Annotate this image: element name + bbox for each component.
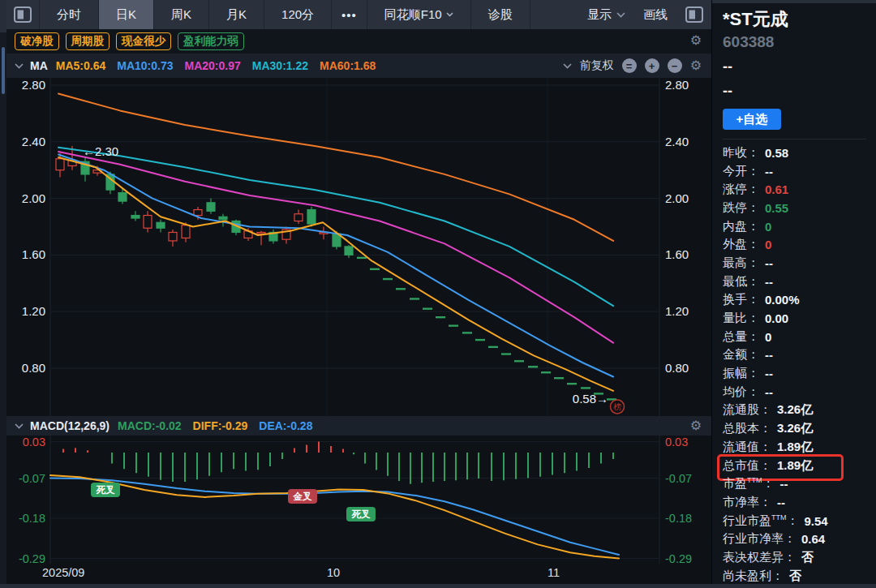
tab-bar: 分时日K周K月K120分•••同花顺F10诊股 [40, 0, 530, 29]
stat-row-市净率: 市净率：-- [723, 493, 876, 512]
svg-text:2.00: 2.00 [22, 191, 45, 205]
svg-text:死叉: 死叉 [96, 485, 116, 495]
legend-item: MA60:1.68 [320, 59, 376, 72]
panel-divider [723, 139, 866, 139]
stat-row-量比: 量比：0.00 [723, 309, 876, 328]
tab-label: 同花顺F10 [384, 7, 442, 23]
tab-fenshi[interactable]: 分时 [40, 0, 99, 29]
svg-text:0.80: 0.80 [22, 361, 45, 375]
chart-column: 分时日K周K月K120分•••同花顺F10诊股 显示 画线 [6, 0, 711, 588]
tab-label: 日K [116, 7, 136, 23]
draw-line-button[interactable]: 画线 [643, 7, 668, 23]
stat-row-涨停: 涨停：0.61 [723, 180, 876, 199]
tab-dayk[interactable]: 日K [99, 0, 154, 29]
legend-item: DIFF:-0.29 [193, 419, 248, 432]
toolbar: 分时日K周K月K120分•••同花顺F10诊股 显示 画线 [6, 0, 711, 29]
svg-text:←2.30: ←2.30 [83, 144, 118, 158]
tab-label: ••• [341, 8, 357, 22]
panel-toggle-button[interactable] [6, 0, 40, 29]
tab-f10[interactable]: 同花顺F10 [367, 0, 471, 29]
zoom-in-button[interactable]: + [645, 58, 659, 73]
stat-row-均价: 均价：-- [723, 383, 876, 401]
svg-text:死叉: 死叉 [351, 509, 371, 519]
price-change: -- [723, 83, 876, 100]
macd-settings-gear-icon[interactable]: ⚙ [690, 419, 702, 432]
stat-row-行业市净率: 行业市净率：0.64 [723, 530, 876, 548]
svg-text:1.60: 1.60 [22, 247, 45, 261]
current-price: -- [723, 58, 876, 75]
macd-collapse-chevron-icon[interactable] [15, 423, 24, 429]
display-menu-button[interactable]: 显示 [587, 7, 625, 23]
svg-text:-0.18: -0.18 [19, 512, 45, 525]
stock-code: 603388 [723, 33, 876, 51]
stat-row-最高: 最高：-- [723, 254, 876, 273]
svg-text:-0.18: -0.18 [665, 512, 692, 525]
tab-min120[interactable]: 120分 [264, 0, 332, 29]
toolbar-right: 显示 画线 [587, 0, 711, 29]
tab-more[interactable]: ••• [332, 0, 367, 29]
svg-text:1.20: 1.20 [665, 304, 689, 318]
macd-controls: ⚙ [690, 419, 702, 432]
time-axis-label: 11 [548, 566, 560, 579]
tab-label: 120分 [281, 7, 314, 23]
quote-panel: *ST元成 603388 -- -- +自选 昨收：0.58今开：--涨停：0.… [711, 0, 876, 588]
tag-row: 破净股周期股现金很少盈利能力弱 ⚙ [6, 29, 711, 54]
svg-text:-0.07: -0.07 [19, 472, 45, 485]
svg-text:2.40: 2.40 [665, 135, 689, 148]
tab-label: 月K [226, 7, 247, 23]
time-axis: 2025/091011 [6, 564, 711, 584]
stock-tag-1[interactable]: 周期股 [66, 32, 110, 50]
macd-chart[interactable]: 0.030.03-0.07-0.07-0.18-0.18-0.29-0.29死叉… [6, 436, 711, 564]
tab-monthk[interactable]: 月K [209, 0, 264, 29]
svg-text:2.80: 2.80 [22, 78, 45, 92]
window-bottom-edge [0, 584, 876, 588]
legend-item: MA5:0.64 [56, 59, 105, 72]
svg-text:金叉: 金叉 [293, 491, 313, 501]
left-edge-strip [0, 0, 6, 588]
stat-list: 昨收：0.58今开：--涨停：0.61跌停：0.55内盘：0外盘：0最高：--最… [723, 144, 876, 586]
legend-item: MA10:0.73 [117, 59, 173, 72]
stat-row-总量: 总量：0 [723, 328, 876, 346]
svg-text:0.03: 0.03 [665, 436, 688, 449]
tab-diagnose[interactable]: 诊股 [471, 0, 530, 29]
legend-item: MA30:1.22 [252, 59, 308, 72]
svg-text:2.00: 2.00 [665, 191, 689, 205]
stat-row-表决权差异: 表决权差异：否 [723, 548, 876, 567]
draw-line-label: 画线 [643, 7, 668, 23]
tags-settings-gear-icon[interactable]: ⚙ [690, 34, 702, 47]
stock-tag-3[interactable]: 盈利能力弱 [178, 32, 244, 50]
svg-text:0.03: 0.03 [23, 436, 45, 449]
legend-item: DEA:-0.28 [259, 419, 312, 432]
macd-legend: MACD:-0.02DIFF:-0.29DEA:-0.28 [118, 419, 324, 432]
add-watchlist-button[interactable]: +自选 [723, 109, 781, 130]
stat-row-今开: 今开：-- [723, 162, 876, 181]
time-axis-label: 10 [327, 566, 340, 579]
ma-collapse-chevron-icon[interactable] [15, 63, 24, 69]
svg-text:-0.07: -0.07 [665, 472, 692, 485]
stat-row-外盘: 外盘：0 [723, 235, 876, 254]
stock-tag-0[interactable]: 破净股 [15, 32, 59, 50]
scale-reset-button[interactable]: = [622, 58, 637, 73]
tab-label: 周K [171, 7, 191, 23]
adjust-mode-dropdown[interactable]: 前复权 [580, 58, 614, 73]
panel-layout-button[interactable] [685, 6, 703, 23]
chevron-down-icon [616, 12, 625, 18]
tab-label: 诊股 [488, 7, 513, 23]
ma-settings-gear-icon[interactable]: ⚙ [690, 59, 702, 72]
panel-left-icon [14, 6, 32, 23]
display-menu-label: 显示 [587, 7, 612, 23]
candlestick-chart[interactable]: 2.802.802.402.402.002.001.601.601.201.20… [6, 78, 711, 416]
stat-row-总市值: 总市值：1.89亿 [723, 457, 876, 475]
svg-text:榜: 榜 [613, 402, 621, 411]
ma-indicator-bar: MA MA5:0.64MA10:0.73MA20:0.97MA30:1.22MA… [6, 54, 711, 78]
panel-top-strip [712, 0, 876, 3]
scrollbar-thumb[interactable] [2, 47, 5, 94]
stock-tag-2[interactable]: 现金很少 [116, 32, 171, 50]
macd-title: MACD(12,26,9) [30, 419, 110, 432]
chevron-down-icon [446, 12, 453, 17]
tab-weekk[interactable]: 周K [154, 0, 209, 29]
stat-row-最低: 最低：-- [723, 273, 876, 291]
zoom-out-button[interactable]: − [668, 58, 682, 73]
legend-item: MA20:0.97 [185, 59, 241, 72]
stat-row-内盘: 内盘：0 [723, 217, 876, 236]
